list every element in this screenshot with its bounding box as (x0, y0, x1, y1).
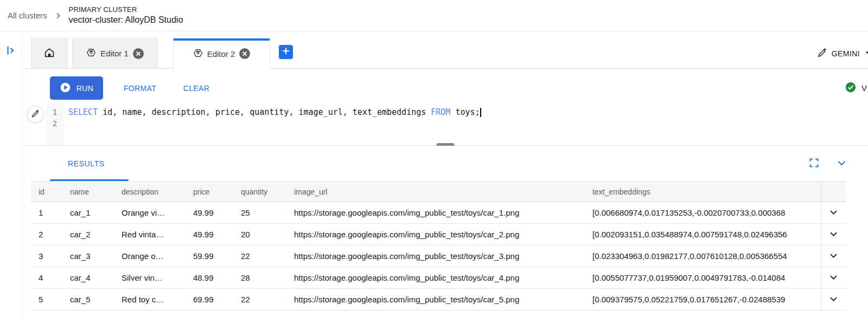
expand-sidebar-button[interactable] (4, 44, 18, 59)
cell-text-embeddings: [0.023304963,0.01982177,0.007610128,0.00… (585, 245, 821, 267)
breadcrumb-chevron-icon (54, 11, 62, 20)
expand-row-button[interactable] (828, 294, 839, 306)
query-toolbar: RUN FORMAT CLEAR V (22, 69, 868, 103)
cell-price: 48.99 (186, 267, 233, 289)
cell-id: 1 (31, 202, 62, 224)
line-number: 2 (46, 118, 63, 130)
editor-tab-bar: Editor 1 Editor 2 GEMINI (22, 38, 868, 69)
column-header-expand (821, 182, 846, 202)
close-icon[interactable] (133, 48, 144, 59)
column-header-price: price (186, 182, 233, 202)
run-button[interactable]: RUN (50, 76, 103, 100)
collapse-results-button[interactable] (836, 157, 847, 170)
status-text: V (861, 83, 867, 93)
add-tab-button[interactable] (279, 45, 293, 59)
chevron-down-icon (828, 294, 839, 306)
column-header-id: id (31, 182, 62, 202)
breadcrumb-all-clusters-link[interactable]: All clusters (8, 11, 47, 20)
chevron-down-icon (828, 207, 839, 219)
pen-spark-icon (31, 109, 40, 120)
table-row: 5 car_5 Red toy c… 69.99 22 https://stor… (31, 289, 846, 310)
sql-query-line: SELECT id, name, description, price, qua… (68, 107, 868, 118)
cell-price: 49.99 (186, 224, 233, 245)
cell-quantity: 25 (233, 202, 286, 224)
cell-text-embeddings: [0.006680974,0.017135253,-0.0020700733,0… (585, 202, 821, 224)
text-cursor (480, 108, 481, 117)
sql-table: toys; (450, 107, 480, 117)
tab-home[interactable] (31, 38, 68, 68)
cell-text-embeddings: [0.002093151,0.035488974,0.007591748,0.0… (585, 224, 821, 245)
cell-description: Orange vi… (114, 202, 186, 224)
cell-image-url: https://storage.googleapis.com/img_publi… (286, 245, 585, 267)
fullscreen-icon (808, 157, 820, 170)
cell-image-url: https://storage.googleapis.com/img_publi… (286, 202, 585, 224)
results-header: RESULTS (22, 146, 868, 181)
gemini-label: GEMINI (832, 49, 860, 58)
run-button-label: RUN (76, 84, 94, 93)
cell-image-url: https://storage.googleapis.com/img_publi… (286, 224, 585, 245)
query-valid-status: V (845, 76, 867, 100)
cell-quantity: 22 (233, 289, 286, 310)
column-header-text-embeddings: text_embeddings (585, 182, 821, 202)
home-icon (43, 47, 55, 60)
cell-id: 3 (31, 245, 62, 267)
gemini-caret-icon (864, 49, 868, 59)
cell-id: 2 (31, 224, 62, 245)
gemini-menu-button[interactable]: GEMINI (817, 38, 868, 69)
format-button[interactable]: FORMAT (121, 76, 159, 100)
cell-name: car_1 (62, 202, 114, 224)
column-header-image-url: image_url (286, 182, 585, 202)
cell-description: Orange o… (114, 245, 186, 267)
expand-row-button[interactable] (828, 229, 839, 241)
expand-row-button[interactable] (828, 207, 839, 219)
results-table: id name description price quantity image… (31, 181, 846, 310)
collapse-panel-icon (5, 44, 17, 59)
sql-keyword: SELECT (68, 107, 98, 117)
sql-keyword: FROM (431, 107, 450, 117)
expand-row-button[interactable] (828, 250, 839, 262)
line-number-gutter: 1 2 (46, 103, 63, 145)
column-header-description: description (114, 182, 186, 202)
pen-spark-icon (817, 47, 828, 60)
cell-name: car_3 (62, 245, 114, 267)
chevron-down-icon (836, 157, 847, 170)
chevron-down-icon (828, 272, 839, 284)
database-hexagon-icon (86, 48, 96, 59)
check-circle-icon (845, 81, 857, 95)
tab-label: Editor 1 (100, 49, 129, 58)
expand-row-button[interactable] (828, 272, 839, 284)
cell-quantity: 22 (233, 245, 286, 267)
cell-quantity: 20 (233, 224, 286, 245)
cell-name: car_2 (62, 224, 114, 245)
clear-button[interactable]: CLEAR (180, 76, 213, 100)
sql-columns: id, name, description, price, quantity, … (98, 107, 431, 117)
cell-image-url: https://storage.googleapis.com/img_publi… (286, 289, 585, 310)
table-row: 1 car_1 Orange vi… 49.99 25 https://stor… (31, 202, 846, 224)
cell-price: 49.99 (186, 202, 233, 224)
tab-editor-1[interactable]: Editor 1 (72, 38, 158, 68)
cell-id: 5 (31, 289, 62, 310)
sql-editor: 1 2 SELECT id, name, description, price,… (22, 103, 868, 145)
chevron-down-icon (828, 250, 839, 262)
gemini-inline-assist-button[interactable] (27, 106, 44, 123)
cell-description: Red vinta… (114, 224, 186, 245)
tab-label: Editor 2 (207, 49, 235, 59)
fullscreen-button[interactable] (808, 157, 820, 170)
table-row: 3 car_3 Orange o… 59.99 22 https://stora… (31, 245, 846, 267)
tab-results[interactable]: RESULTS (68, 146, 105, 181)
cell-description: Red toy c… (114, 289, 186, 310)
database-hexagon-icon (193, 48, 203, 60)
close-icon[interactable] (239, 48, 250, 59)
tab-editor-2[interactable]: Editor 2 (173, 38, 270, 69)
page-title: vector-cluster: AlloyDB Studio (69, 14, 183, 26)
breadcrumb-cluster-section: PRIMARY CLUSTER (69, 5, 183, 15)
cell-id: 4 (31, 267, 62, 289)
sql-code-input[interactable]: SELECT id, name, description, price, qua… (63, 103, 868, 145)
line-number: 1 (46, 107, 63, 118)
cell-description: Silver vin… (114, 267, 186, 289)
column-header-name: name (62, 182, 114, 202)
cell-quantity: 28 (233, 267, 286, 289)
cell-name: car_4 (62, 267, 114, 289)
cell-price: 69.99 (186, 289, 233, 310)
add-tab-icon (282, 47, 290, 57)
